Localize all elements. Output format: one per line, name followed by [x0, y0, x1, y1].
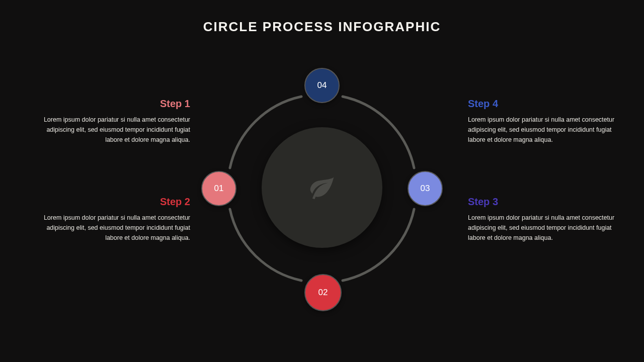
step-2-heading: Step 2: [39, 196, 190, 208]
step-1-heading: Step 1: [39, 98, 190, 110]
slide-title: CIRCLE PROCESS INFOGRAPHIC: [0, 19, 644, 35]
step-2-body: Lorem ipsum dolor pariatur si nulla amet…: [39, 213, 190, 243]
node-number: 01: [214, 184, 224, 194]
node-number: 02: [318, 288, 328, 298]
node-number: 04: [317, 80, 327, 90]
step-4-block: Step 4 Lorem ipsum dolor pariatur si nul…: [468, 98, 619, 145]
node-02: 02: [304, 274, 342, 311]
center-circle: [262, 127, 382, 248]
step-3-heading: Step 3: [468, 196, 619, 208]
step-3-body: Lorem ipsum dolor pariatur si nulla amet…: [468, 213, 619, 243]
step-3-block: Step 3 Lorem ipsum dolor pariatur si nul…: [468, 196, 619, 243]
step-4-heading: Step 4: [468, 98, 619, 110]
step-1-block: Step 1 Lorem ipsum dolor pariatur si nul…: [39, 98, 190, 145]
node-number: 03: [421, 184, 430, 194]
step-2-block: Step 2 Lorem ipsum dolor pariatur si nul…: [39, 196, 190, 243]
step-1-body: Lorem ipsum dolor pariatur si nulla amet…: [39, 115, 190, 145]
node-03: 03: [408, 171, 443, 206]
node-01: 01: [201, 171, 236, 206]
step-4-body: Lorem ipsum dolor pariatur si nulla amet…: [468, 115, 619, 145]
leaf-icon: [308, 173, 336, 202]
node-04: 04: [304, 68, 340, 103]
